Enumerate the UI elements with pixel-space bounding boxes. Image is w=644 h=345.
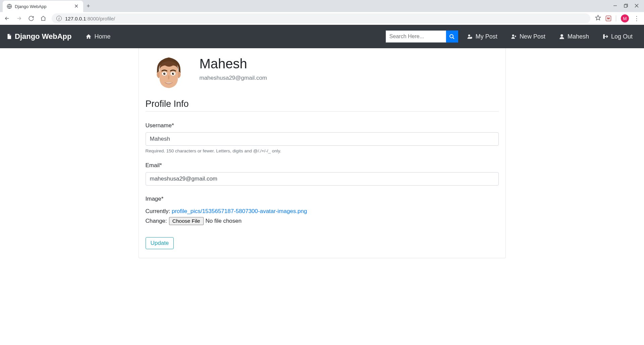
bookmark-star-icon[interactable] (595, 15, 601, 22)
back-icon[interactable] (3, 15, 11, 21)
extension-icon[interactable]: M (606, 16, 611, 21)
nav-my-post[interactable]: My Post (462, 33, 503, 40)
brand-link[interactable]: Django WebApp (6, 32, 71, 41)
search-icon (449, 34, 455, 40)
svg-point-17 (172, 72, 174, 74)
section-title: Profile Info (146, 99, 499, 112)
nav-my-post-label: My Post (476, 33, 497, 40)
profile-name: Mahesh (200, 56, 267, 71)
username-input[interactable] (146, 132, 499, 146)
username-group: Username* Required. 150 characters or fe… (146, 122, 499, 153)
home-icon[interactable] (40, 15, 47, 21)
image-group: Image* Currently: profile_pics/153565718… (146, 194, 499, 226)
user-circle-icon (467, 33, 473, 40)
minimize-icon[interactable] (613, 3, 617, 9)
nav-logout-label: Log Out (611, 33, 633, 40)
search-input[interactable] (386, 30, 446, 43)
no-file-label: No file chosen (206, 216, 242, 225)
svg-point-8 (468, 34, 470, 37)
file-icon (6, 33, 12, 40)
profile-email: maheshusa29@gmail.com (200, 75, 267, 81)
svg-point-18 (164, 73, 165, 73)
svg-marker-5 (596, 15, 601, 20)
logout-icon (602, 33, 608, 40)
email-label: Email* (146, 162, 499, 169)
svg-point-6 (450, 34, 453, 38)
reload-icon[interactable] (28, 15, 35, 21)
current-image-row: Currently: profile_pics/1535657187-58073… (146, 207, 499, 216)
current-image-link[interactable]: profile_pics/1535657187-5807300-avatar-i… (172, 208, 307, 214)
nav-right: My Post New Post Mahesh Log Out (462, 33, 638, 40)
svg-point-10 (512, 34, 514, 37)
forward-icon[interactable] (15, 15, 23, 21)
user-plus-icon (511, 33, 517, 40)
svg-point-9 (470, 37, 472, 39)
user-icon (559, 33, 565, 40)
email-group: Email* (146, 162, 499, 186)
address-bar-row: i 127.0.0.1:8000/profile/ M M ⋮ (0, 12, 644, 25)
profile-headings: Mahesh maheshusa29@gmail.com (200, 54, 267, 81)
username-label: Username* (146, 122, 499, 129)
globe-icon (7, 4, 12, 9)
username-help: Required. 150 characters or fewer. Lette… (146, 148, 499, 153)
profile-card: Mahesh maheshusa29@gmail.com Profile Inf… (139, 48, 506, 258)
svg-point-16 (163, 72, 165, 74)
nav-username[interactable]: Mahesh (553, 33, 594, 40)
nav-new-post-label: New Post (520, 33, 545, 40)
update-button[interactable]: Update (146, 237, 174, 249)
app-navbar: Django WebApp Home My Post New Post Mahe… (0, 25, 644, 48)
tab-title: Django WebApp (15, 4, 71, 9)
svg-point-19 (173, 73, 174, 73)
home-icon (86, 33, 92, 40)
browser-tab[interactable]: Django WebApp ✕ (3, 1, 83, 12)
profile-avatar-icon[interactable]: M (621, 14, 629, 22)
url-bar[interactable]: i 127.0.0.1:8000/profile/ (52, 13, 590, 23)
change-row: Change: Choose File No file chosen (146, 216, 499, 225)
close-icon[interactable] (635, 3, 639, 9)
tab-close-icon[interactable]: ✕ (73, 3, 79, 10)
profile-avatar (150, 54, 188, 93)
nav-home-label: Home (94, 33, 110, 40)
choose-file-button[interactable]: Choose File (169, 217, 204, 225)
profile-header: Mahesh maheshusa29@gmail.com (146, 54, 499, 93)
nav-logout[interactable]: Log Out (597, 33, 638, 40)
svg-point-11 (560, 34, 563, 37)
new-tab-button[interactable]: + (87, 3, 90, 10)
image-label: Image* (146, 194, 499, 203)
change-label: Change: (146, 216, 167, 225)
menu-kebab-icon[interactable]: ⋮ (634, 15, 639, 22)
nav-username-label: Mahesh (568, 33, 589, 40)
url-text: 127.0.0.1:8000/profile/ (65, 16, 115, 21)
nav-new-post[interactable]: New Post (505, 33, 551, 40)
browser-chrome: Django WebApp ✕ + i 127.0.0.1:8000/profi… (0, 0, 644, 25)
site-info-icon[interactable]: i (56, 16, 62, 21)
email-input[interactable] (146, 172, 499, 186)
nav-home[interactable]: Home (81, 33, 115, 40)
maximize-icon[interactable] (624, 3, 628, 9)
tabs-row: Django WebApp ✕ + (0, 0, 644, 12)
toolbar-right: M M ⋮ (595, 14, 641, 22)
search-form (386, 30, 458, 43)
window-controls (613, 3, 644, 9)
separator (616, 15, 616, 21)
svg-line-7 (453, 37, 454, 39)
currently-label: Currently: (146, 208, 172, 214)
svg-rect-2 (624, 5, 627, 7)
search-button[interactable] (446, 30, 458, 43)
brand-text: Django WebApp (15, 32, 71, 41)
